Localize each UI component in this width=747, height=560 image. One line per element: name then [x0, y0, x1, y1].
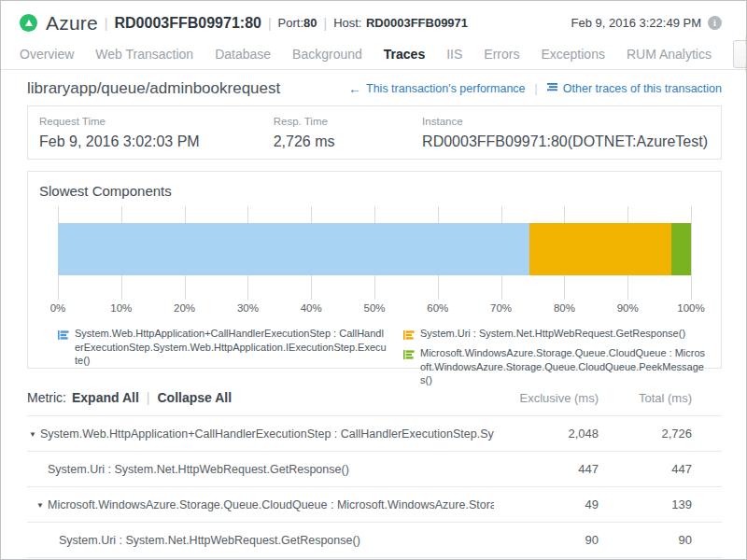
- resp-time-field: Resp. Time 2,726 ms: [274, 116, 422, 147]
- up-arrow-icon: [25, 20, 33, 26]
- exclusive-ms: 49: [494, 497, 599, 511]
- bar-segment-cloudqueue: [671, 223, 691, 275]
- tab-bar: Overview Web Transaction Database Backgr…: [1, 36, 746, 70]
- chart-legend: System.Web.HttpApplication+CallHandlerEx…: [28, 327, 721, 389]
- tab-database[interactable]: Database: [215, 47, 271, 62]
- separator: |: [147, 390, 150, 405]
- x-tick: 50%: [363, 302, 385, 314]
- metric-name: System.Web.HttpApplication+CallHandlerEx…: [40, 427, 494, 441]
- transaction-name: libraryapp/queue/adminbookrequest: [27, 79, 280, 98]
- total-ms: 90: [599, 533, 692, 547]
- port-label: Port:: [278, 16, 303, 30]
- table-row: ▼System.Uri : System.Net.HttpWebRequest.…: [27, 451, 722, 486]
- bar-chart-icon: [403, 347, 415, 364]
- tab-iis[interactable]: IIS: [446, 47, 462, 62]
- request-time-label: Request Time: [39, 116, 274, 127]
- instance-name: RD0003FFB09971:80: [115, 15, 261, 32]
- column-header-total: Total (ms): [599, 391, 692, 405]
- tab-rum-analytics[interactable]: RUM Analytics: [627, 47, 712, 62]
- other-traces-link[interactable]: Other traces of this transaction: [547, 82, 722, 95]
- host-value: RD0003FFB09971: [366, 16, 468, 30]
- stacked-bar-chart: [58, 206, 691, 300]
- x-axis: 0% 10% 20% 30% 40% 50% 60% 70% 80% 90% 1…: [58, 302, 691, 317]
- x-tick: 30%: [237, 302, 259, 314]
- component-time-bar: [58, 223, 691, 275]
- total-ms: 447: [599, 462, 692, 476]
- tab-overview[interactable]: Overview: [20, 47, 74, 62]
- x-tick: 100%: [677, 302, 704, 314]
- legend-item: System.Web.HttpApplication+CallHandlerEx…: [58, 327, 387, 368]
- legend-label: Microsoft.WindowsAzure.Storage.Queue.Clo…: [420, 346, 708, 387]
- table-row[interactable]: ▼System.Web.HttpApplication+CallHandlerE…: [27, 415, 722, 451]
- total-ms: 139: [599, 497, 692, 511]
- total-ms: 2,726: [599, 427, 692, 441]
- metric-table: Metric: Expand All | Collapse All Exclus…: [1, 381, 746, 558]
- instance-label: Instance: [422, 116, 708, 127]
- info-icon[interactable]: i: [708, 16, 722, 30]
- app-header: Azure | RD0003FFB09971:80 | Port:80 | Ho…: [1, 1, 746, 36]
- host-label: Host:: [333, 16, 361, 30]
- bar-chart-icon: [403, 328, 415, 344]
- instance-value: RD0003FFB09971:80(DOTNET:AzureTest): [422, 133, 708, 150]
- time-range-dropdown[interactable]: Last 1 Day▾: [733, 40, 747, 68]
- metric-name: System.Uri : System.Net.HttpWebRequest.G…: [48, 463, 349, 476]
- tab-errors[interactable]: Errors: [484, 47, 519, 62]
- x-tick: 0%: [50, 302, 66, 314]
- request-time-value: Feb 9, 2016 3:02:03 PM: [39, 133, 274, 150]
- x-tick: 80%: [554, 302, 575, 314]
- metric-name: Microsoft.WindowsAzure.Storage.Queue.Clo…: [48, 498, 494, 511]
- table-row[interactable]: ▼Microsoft.WindowsAzure.Storage.Queue.Cl…: [27, 486, 722, 522]
- legend-item: System.Uri : System.Net.HttpWebRequest.G…: [403, 327, 708, 344]
- request-time-field: Request Time Feb 9, 2016 3:02:03 PM: [39, 116, 274, 147]
- exclusive-ms: 90: [494, 533, 599, 547]
- x-tick: 90%: [617, 302, 639, 314]
- separator: |: [268, 16, 272, 31]
- app-window: Azure | RD0003FFB09971:80 | Port:80 | Ho…: [0, 0, 747, 560]
- tab-web-transaction[interactable]: Web Transaction: [95, 47, 193, 62]
- legend-label: System.Web.HttpApplication+CallHandlerEx…: [75, 327, 387, 368]
- slowest-components-panel: Slowest Components 0% 10% 20% 30% 40%: [27, 171, 722, 369]
- table-row: ▼System.Uri : System.Net.HttpWebRequest.…: [27, 522, 722, 558]
- x-tick: 20%: [174, 302, 195, 314]
- x-tick: 70%: [490, 302, 512, 314]
- x-tick: 40%: [301, 302, 322, 314]
- separator: |: [105, 16, 108, 31]
- resp-time-label: Resp. Time: [274, 116, 422, 127]
- bar-segment-httpwebrequest: [529, 223, 671, 275]
- port-value: 80: [303, 16, 317, 30]
- separator: |: [535, 82, 538, 95]
- trace-summary-card: Request Time Feb 9, 2016 3:02:03 PM Resp…: [27, 105, 722, 160]
- legend-label: System.Uri : System.Net.HttpWebRequest.G…: [420, 327, 685, 341]
- status-up-icon: [20, 14, 37, 32]
- column-header-exclusive: Exclusive (ms): [494, 391, 599, 405]
- chart-title: Slowest Components: [39, 183, 721, 199]
- trace-list-icon: [547, 82, 558, 95]
- collapse-all-button[interactable]: Collapse All: [157, 390, 232, 405]
- tab-background[interactable]: Background: [292, 47, 362, 62]
- tab-exceptions[interactable]: Exceptions: [541, 47, 604, 62]
- transaction-performance-link[interactable]: ←This transaction's performance: [348, 81, 526, 96]
- x-tick: 10%: [110, 302, 132, 314]
- transaction-header: libraryapp/queue/adminbookrequest ←This …: [1, 70, 746, 105]
- gridline: [691, 206, 692, 300]
- bar-segment-httpapplication: [58, 223, 529, 275]
- instance-field: Instance RD0003FFB09971:80(DOTNET:AzureT…: [422, 116, 708, 147]
- tab-traces[interactable]: Traces: [384, 47, 425, 62]
- expand-all-button[interactable]: Expand All: [72, 390, 139, 405]
- report-timestamp: Feb 9, 2016 3:22:49 PM: [571, 16, 701, 30]
- bar-chart-icon: [58, 328, 69, 344]
- metric-label: Metric:: [27, 390, 66, 405]
- metric-name: System.Uri : System.Net.HttpWebRequest.G…: [59, 534, 360, 547]
- collapse-row-icon[interactable]: ▼: [29, 430, 40, 439]
- separator: |: [324, 16, 328, 31]
- x-tick: 60%: [427, 302, 448, 314]
- exclusive-ms: 447: [494, 462, 599, 476]
- resp-time-value: 2,726 ms: [274, 133, 422, 150]
- back-arrow-icon: ←: [348, 81, 361, 96]
- app-title: Azure: [46, 12, 98, 35]
- collapse-row-icon[interactable]: ▼: [36, 501, 48, 510]
- exclusive-ms: 2,048: [494, 427, 599, 441]
- legend-item: Microsoft.WindowsAzure.Storage.Queue.Clo…: [403, 346, 708, 387]
